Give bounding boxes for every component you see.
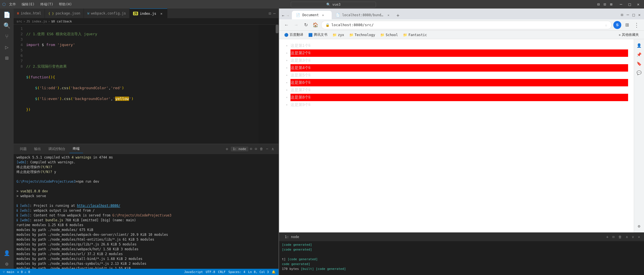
scrollbar-vertical[interactable] — [276, 25, 279, 144]
activity-debug[interactable]: ▷ — [2, 42, 12, 52]
window-layout2-btn[interactable]: ⊞ — [609, 1, 613, 7]
browser-tab1[interactable]: 📄 Document ✕ — [292, 11, 332, 19]
terminal-action-btn1[interactable]: ⊡ — [249, 146, 253, 151]
browser-bottom-close[interactable]: ✕ — [637, 235, 641, 239]
terminal-more-btn[interactable]: ⋯ — [265, 146, 269, 151]
statusbar-errors[interactable]: ✕ 0 — [17, 270, 23, 274]
browser-url-bar[interactable]: 🔒 localhost:8080/src/ ☆ — [321, 21, 612, 29]
breadcrumb-sep2: › — [48, 20, 50, 23]
tab-index-js[interactable]: JS index.js ✕ — [130, 9, 167, 18]
statusbar-bell[interactable]: 🔔 — [272, 270, 276, 274]
node-selector[interactable]: 1: node — [231, 147, 248, 151]
browser-forward-btn[interactable]: → — [286, 13, 289, 18]
bookmark-tencent[interactable]: 🟦 腾讯文书 — [306, 32, 330, 38]
statusbar-language[interactable]: JavaScript — [184, 270, 203, 274]
browser-bottom-trash[interactable]: 🗑 — [617, 235, 623, 239]
terminal-tab-debug[interactable]: 调试控制台 — [45, 145, 69, 153]
menu-help[interactable]: 帮助(H) — [58, 1, 73, 7]
terminal-tab-terminal[interactable]: 终端 — [69, 145, 83, 153]
statusbar-git[interactable]: ⑂ main — [3, 270, 14, 274]
browser-sidebar-settings[interactable]: ⚙ — [635, 222, 643, 230]
tab-package-json[interactable]: { } package.json — [45, 9, 84, 18]
browser-new-tab-btn[interactable]: + — [394, 13, 402, 19]
browser-tab2-close[interactable]: ✕ — [387, 13, 390, 17]
activity-git[interactable]: ⑂ — [2, 31, 12, 41]
browser-sidebar-btn3[interactable]: 🔖 — [635, 60, 643, 68]
tab-close-js[interactable]: ✕ — [159, 11, 164, 16]
bookmark-other-icon: » — [619, 33, 621, 37]
activity-accounts[interactable]: 👤 — [2, 248, 12, 258]
activity-settings[interactable]: ⚙ — [2, 259, 12, 269]
star-icon[interactable]: ☆ — [605, 23, 607, 27]
menu-file[interactable]: 文件 — [8, 1, 17, 7]
more-actions-btn[interactable]: ⋯ — [273, 11, 276, 16]
bookmark-tech[interactable]: 📁 Technology — [347, 32, 377, 38]
terminal-content[interactable]: webpack 5.5.1 compiled with 4 warnings i… — [14, 154, 279, 269]
browser-bottom-up[interactable]: ∧ — [625, 235, 629, 239]
browser-more-btn[interactable]: ⋮ — [633, 21, 641, 29]
breadcrumb-fn[interactable]: $0 callback — [51, 20, 72, 23]
browser-sidebar-btn2[interactable]: 📌 — [635, 51, 643, 59]
browser-bottom-add[interactable]: + — [605, 235, 610, 239]
browser-bottom-tab-1[interactable]: 1: node — [282, 234, 302, 239]
browser-min-btn[interactable]: ─ — [626, 11, 630, 18]
code-editor-section: 1 2 3 4 5 6 7 8 // 1.使用 ES6 模块化语法导入 jque… — [14, 25, 279, 144]
code-content[interactable]: // 1.使用 ES6 模块化语法导入 jquery import $ from… — [25, 25, 259, 144]
list-item-1-text: 这是第1个li — [290, 43, 310, 48]
tab-label-html: index.html — [21, 11, 41, 15]
browser-max-btn[interactable]: □ — [631, 11, 636, 18]
window-max-btn[interactable]: □ — [626, 1, 633, 7]
browser-bottom-content[interactable]: [code generated] [code generated] t] [co… — [279, 241, 644, 275]
breadcrumb-js[interactable]: JS index.js — [26, 20, 47, 23]
browser-tab2[interactable]: 📄 localhost:8080/bundle.js ✕ — [332, 11, 394, 19]
terminal-action-btn2[interactable]: ⊟ — [254, 146, 258, 151]
browser-tab1-close[interactable]: ✕ — [321, 13, 325, 17]
bookmark-zyx[interactable]: 📁 zyx — [330, 32, 346, 38]
window-layout-btn[interactable]: ⊟ — [596, 1, 601, 7]
breadcrumb-src[interactable]: src — [16, 20, 22, 23]
browser-sidebar-btn1[interactable]: 👤 — [635, 41, 643, 49]
t-line-5 — [16, 174, 276, 179]
bookmark-fantastic[interactable]: 📁 Fantastic — [401, 32, 429, 38]
browser-body: 这是第1个li 这是第2个li 这是第3个li 这是第4个li 这是第5个li … — [279, 39, 644, 232]
browser-sidebar-btn4[interactable]: 💬 — [635, 69, 643, 77]
browser-nav-back[interactable]: ← — [282, 21, 290, 29]
statusbar-line-ending[interactable]: CRLF — [218, 270, 226, 274]
search-text: vue3 — [332, 3, 340, 7]
browser-close2-btn[interactable]: ✕ — [637, 11, 642, 18]
browser-back-btn[interactable]: ← — [281, 13, 285, 18]
terminal-kill-btn[interactable]: 🗑 — [259, 146, 264, 151]
menu-edit[interactable]: 编辑(E) — [20, 1, 36, 7]
browser-restore-btn[interactable]: ⊟ — [620, 11, 624, 18]
browser-home[interactable]: 🏠 — [311, 21, 319, 29]
tab-index-html[interactable]: H index.html — [14, 9, 45, 18]
terminal-tab-problems[interactable]: 问题 — [16, 145, 30, 153]
search-bar[interactable]: 🔍 vue3 — [291, 2, 376, 7]
window-min-btn[interactable]: ─ — [618, 1, 624, 7]
browser-extensions[interactable]: ⊞ — [623, 21, 631, 29]
terminal-close-btn[interactable]: ∧ — [270, 146, 276, 152]
statusbar-encoding[interactable]: UTF-8 — [206, 270, 215, 274]
browser-bottom-split[interactable]: ⊡ — [611, 235, 616, 239]
terminal-add-btn[interactable]: + — [224, 146, 230, 152]
split-editor-btn[interactable]: ⊡ — [268, 11, 271, 16]
activity-search[interactable]: 🔍 — [2, 20, 12, 31]
statusbar-warnings[interactable]: ⚠ 0 — [24, 270, 30, 274]
window-close-btn[interactable]: ✕ — [635, 1, 642, 7]
statusbar-spaces[interactable]: Spaces: 4 — [228, 270, 246, 274]
browser-titlebar: ← → 📄 Document ✕ 📄 localhost:8080/bundle… — [279, 9, 644, 19]
browser-bottom-down[interactable]: ∨ — [631, 235, 635, 239]
bookmark-baidufy[interactable]: 🔵 百度翻译 — [282, 32, 306, 38]
browser-reload[interactable]: ↻ — [302, 21, 310, 29]
menu-terminal[interactable]: 终端(T) — [39, 1, 55, 7]
activity-extensions[interactable]: ⊞ — [2, 53, 12, 63]
tab-webpack-config[interactable]: W webpack.config.js — [84, 9, 129, 18]
terminal-tab-output[interactable]: 输出 — [31, 145, 44, 153]
activity-explorer[interactable]: 📄 — [2, 10, 12, 20]
bookmark-other-label: 其他收藏夹 — [622, 32, 639, 37]
bookmark-school[interactable]: 📁 School — [378, 32, 400, 38]
bookmark-other[interactable]: » 其他收藏夹 — [616, 32, 641, 38]
window-split-btn[interactable]: ⊡ — [603, 1, 607, 7]
browser-nav-forward[interactable]: → — [292, 21, 300, 29]
browser-profile[interactable]: S — [613, 21, 621, 29]
